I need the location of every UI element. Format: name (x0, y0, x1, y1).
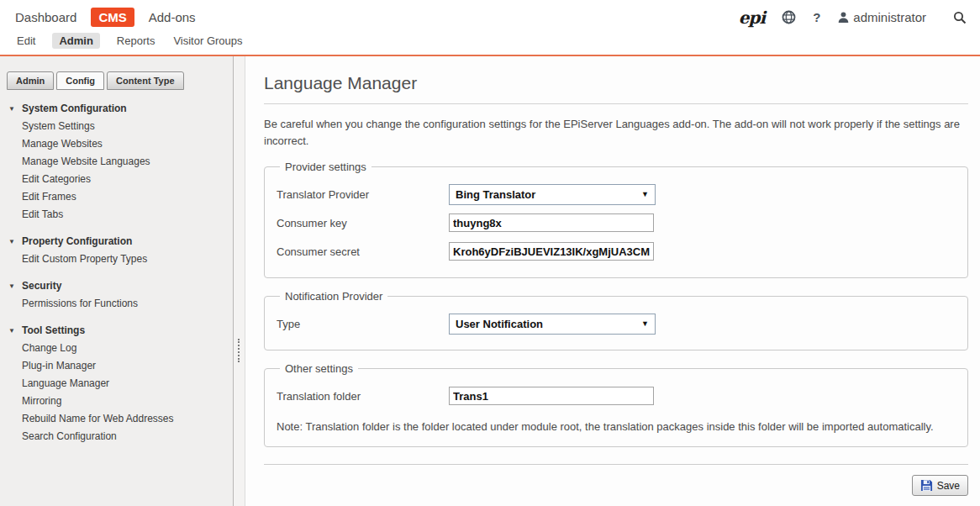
sidebar-item-manage-websites[interactable]: Manage Websites (8, 135, 229, 153)
collapse-arrow-icon: ▼ (8, 233, 16, 250)
notification-provider-legend: Notification Provider (280, 290, 387, 303)
mode-nav: Edit Admin Reports Visitor Groups (0, 30, 980, 55)
warning-text: Be careful when you change the configura… (264, 116, 968, 149)
selected-value: Bing Translator (456, 188, 535, 201)
sidebar-item-system-settings[interactable]: System Settings (8, 118, 229, 135)
consumer-secret-input[interactable] (449, 242, 654, 261)
subnav-item-edit[interactable]: Edit (15, 33, 37, 49)
notification-type-label: Type (277, 318, 449, 330)
sidebar-item-search-configuration[interactable]: Search Configuration (8, 428, 229, 445)
sidebar-item-rebuild-name-for-web-addresses[interactable]: Rebuild Name for Web Addresses (8, 410, 229, 428)
sidebar-item-mirroring[interactable]: Mirroring (8, 393, 229, 410)
search-icon[interactable] (953, 11, 967, 24)
sidebar-item-manage-website-languages[interactable]: Manage Website Languages (8, 153, 229, 171)
section-title: Tool Settings (22, 322, 85, 340)
sidebar-tab-bar: Admin Config Content Type (7, 71, 233, 90)
nav-item-cms[interactable]: CMS (91, 8, 134, 27)
language-manager-panel: Language Manager Be careful when you cha… (245, 56, 980, 506)
provider-settings-legend: Provider settings (280, 161, 371, 173)
episerver-logo: epi (739, 9, 765, 26)
subnav-item-visitor-groups[interactable]: Visitor Groups (171, 33, 244, 49)
consumer-key-label: Consumer key (277, 217, 449, 229)
sidebar-item-edit-custom-property-types[interactable]: Edit Custom Property Types (8, 250, 229, 268)
other-settings-legend: Other settings (280, 362, 358, 375)
other-settings-fieldset: Other settings Translation folder Note: … (264, 362, 968, 447)
translator-provider-label: Translator Provider (277, 188, 449, 201)
splitter-grip-icon (238, 339, 240, 362)
collapse-arrow-icon: ▼ (8, 322, 16, 340)
subnav-item-admin[interactable]: Admin (52, 33, 99, 49)
config-tree: ▼ System Configuration System Settings M… (7, 90, 233, 445)
sidebar-item-edit-categories[interactable]: Edit Categories (8, 171, 229, 188)
sidebar-item-permissions-for-functions[interactable]: Permissions for Functions (8, 295, 229, 313)
notification-type-select[interactable]: User Notification ▼ (449, 314, 656, 335)
help-icon[interactable]: ? (813, 10, 820, 24)
chevron-down-icon: ▼ (641, 319, 649, 328)
save-label: Save (937, 480, 960, 492)
admin-sidebar: Admin Config Content Type ▼ System Confi… (0, 56, 234, 506)
consumer-secret-label: Consumer secret (277, 245, 449, 258)
subnav-item-reports[interactable]: Reports (115, 33, 157, 49)
footer-divider (264, 464, 968, 465)
sidebar-section-security[interactable]: ▼ Security (8, 277, 229, 295)
sidebar-section-tool-settings[interactable]: ▼ Tool Settings (8, 322, 229, 340)
translation-folder-input[interactable] (449, 387, 654, 405)
save-button[interactable]: Save (912, 475, 968, 496)
globe-icon[interactable] (782, 10, 796, 24)
section-title: Property Configuration (22, 233, 132, 250)
user-menu[interactable]: administrator (837, 10, 926, 24)
sidebar-section-system-configuration[interactable]: ▼ System Configuration (8, 100, 229, 118)
sidebar-item-edit-tabs[interactable]: Edit Tabs (8, 206, 229, 224)
collapse-arrow-icon: ▼ (8, 277, 16, 295)
product-nav: Dashboard CMS Add-ons epi ? administrato… (0, 0, 980, 30)
tab-admin[interactable]: Admin (7, 71, 54, 90)
tab-content-type[interactable]: Content Type (107, 71, 183, 90)
consumer-key-input[interactable] (449, 213, 654, 232)
sidebar-item-language-manager[interactable]: Language Manager (8, 375, 229, 393)
nav-item-dashboard[interactable]: Dashboard (15, 10, 76, 24)
top-header: Dashboard CMS Add-ons epi ? administrato… (0, 0, 980, 56)
selected-value: User Notification (456, 318, 543, 330)
sidebar-item-edit-frames[interactable]: Edit Frames (8, 188, 229, 206)
page-title: Language Manager (264, 73, 968, 104)
nav-item-addons[interactable]: Add-ons (149, 10, 196, 24)
section-title: System Configuration (22, 100, 127, 118)
sidebar-item-change-log[interactable]: Change Log (8, 340, 229, 357)
collapse-arrow-icon: ▼ (8, 100, 16, 118)
section-title: Security (22, 277, 61, 295)
sidebar-section-property-configuration[interactable]: ▼ Property Configuration (8, 233, 229, 250)
sidebar-item-plug-in-manager[interactable]: Plug-in Manager (8, 357, 229, 375)
sidebar-splitter[interactable] (234, 56, 245, 506)
translator-provider-select[interactable]: Bing Translator ▼ (449, 184, 656, 205)
user-name: administrator (853, 10, 926, 24)
tab-config[interactable]: Config (56, 71, 104, 90)
translation-folder-label: Translation folder (277, 390, 449, 403)
translation-folder-note: Note: Translation folder is the folder l… (277, 420, 956, 433)
user-icon (837, 11, 850, 24)
notification-provider-fieldset: Notification Provider Type User Notifica… (264, 290, 968, 351)
chevron-down-icon: ▼ (641, 190, 649, 198)
floppy-disk-icon (920, 479, 933, 492)
provider-settings-fieldset: Provider settings Translator Provider Bi… (264, 161, 968, 278)
